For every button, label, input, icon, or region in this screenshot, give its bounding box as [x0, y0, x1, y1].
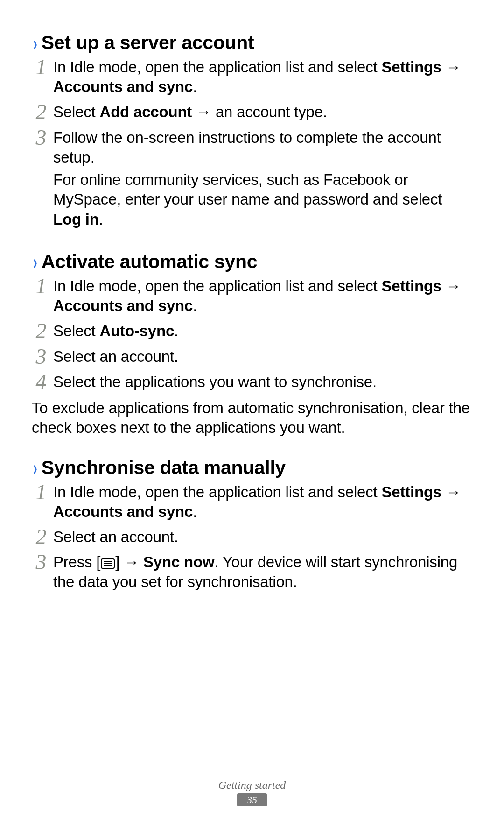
- text-run: Press [: [53, 553, 100, 571]
- section-title: Synchronise data manually: [42, 457, 286, 479]
- section-heading: ›Activate automatic sync: [32, 251, 472, 273]
- section-heading: ›Set up a server account: [32, 32, 472, 54]
- text-run: →: [441, 58, 461, 76]
- chevron-icon: ›: [33, 33, 37, 54]
- text-run: ] →: [115, 553, 143, 571]
- step-list: In Idle mode, open the application list …: [32, 480, 472, 595]
- bold-text: Add account: [100, 103, 192, 120]
- section-title: Set up a server account: [42, 32, 254, 54]
- bold-text: Settings: [381, 277, 441, 295]
- text-run: Follow the on-screen instructions to com…: [53, 129, 441, 166]
- bold-text: Settings: [381, 58, 441, 76]
- step-item: In Idle mode, open the application list …: [32, 55, 472, 99]
- text-run: In Idle mode, open the application list …: [53, 483, 381, 501]
- step-item: Select an account.: [32, 344, 472, 369]
- bold-text: Accounts and sync: [53, 297, 193, 314]
- step-item: Press [] → Sync now. Your device will st…: [32, 550, 472, 594]
- step-item: In Idle mode, open the application list …: [32, 480, 472, 524]
- text-run: →: [441, 277, 461, 295]
- section-note: To exclude applications from automatic s…: [32, 398, 472, 438]
- bold-text: Accounts and sync: [53, 503, 193, 520]
- manual-page: ›Set up a server accountIn Idle mode, op…: [0, 0, 504, 827]
- text-run: .: [174, 322, 178, 339]
- step-item: Select the applications you want to sync…: [32, 369, 472, 395]
- step-item: In Idle mode, open the application list …: [32, 274, 472, 318]
- text-run: .: [99, 211, 103, 228]
- text-run: Select the applications you want to sync…: [53, 373, 377, 390]
- bold-text: Log in: [53, 211, 99, 228]
- section-title: Activate automatic sync: [42, 251, 258, 273]
- text-run: .: [193, 503, 197, 520]
- text-run: For online community services, such as F…: [53, 171, 442, 208]
- text-run: .: [193, 297, 197, 314]
- footer-chapter: Getting started: [0, 779, 504, 792]
- page-number-badge: 35: [237, 793, 267, 806]
- step-item: Select Add account → an account type.: [32, 99, 472, 125]
- bold-text: Accounts and sync: [53, 78, 193, 95]
- chevron-icon: ›: [33, 252, 37, 272]
- text-run: .: [193, 78, 197, 95]
- menu-icon: [101, 558, 115, 569]
- section: ›Activate automatic syncIn Idle mode, op…: [32, 251, 472, 438]
- step-item: Select Auto-sync.: [32, 318, 472, 344]
- bold-text: Auto-sync: [100, 322, 175, 339]
- step-list: In Idle mode, open the application list …: [32, 55, 472, 232]
- text-run: → an account type.: [192, 103, 327, 120]
- text-run: In Idle mode, open the application list …: [53, 58, 381, 76]
- text-run: Select: [53, 322, 100, 339]
- step-extra-text: For online community services, such as F…: [53, 170, 472, 229]
- chevron-icon: ›: [33, 458, 37, 478]
- text-run: Select an account.: [53, 348, 178, 365]
- step-item: Follow the on-screen instructions to com…: [32, 125, 472, 232]
- section: ›Set up a server accountIn Idle mode, op…: [32, 32, 472, 232]
- bold-text: Sync now: [143, 553, 214, 571]
- step-item: Select an account.: [32, 524, 472, 550]
- page-footer: Getting started 35: [0, 779, 504, 806]
- text-run: Select: [53, 103, 100, 120]
- text-run: →: [441, 483, 461, 501]
- section: ›Synchronise data manuallyIn Idle mode, …: [32, 457, 472, 595]
- text-run: Select an account.: [53, 528, 178, 545]
- section-heading: ›Synchronise data manually: [32, 457, 472, 479]
- text-run: In Idle mode, open the application list …: [53, 277, 381, 295]
- bold-text: Settings: [381, 483, 441, 501]
- step-list: In Idle mode, open the application list …: [32, 274, 472, 395]
